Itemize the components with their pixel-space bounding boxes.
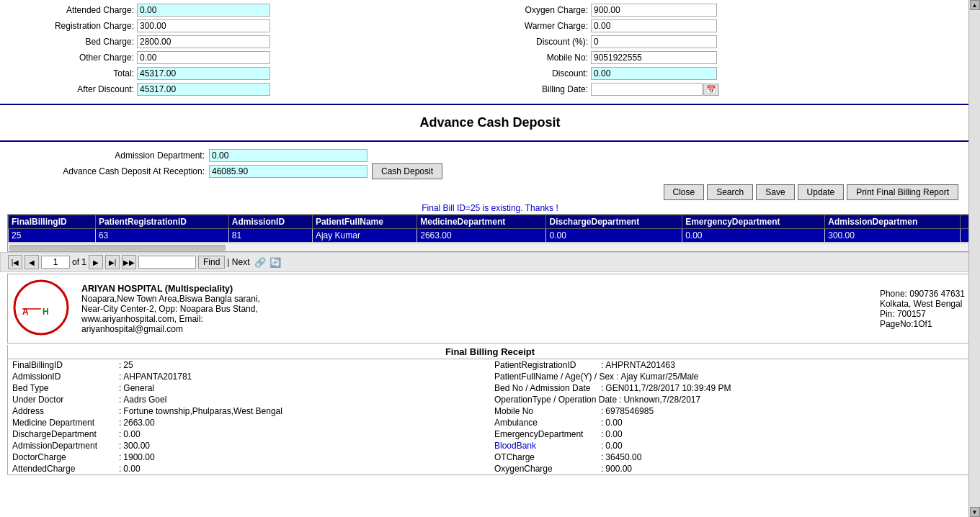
status-message: Final Bill ID=25 is existing. Thanks ! [0, 202, 980, 214]
bed-charge-input[interactable] [137, 35, 270, 48]
scroll-down-button[interactable]: ▼ [970, 507, 980, 517]
receipt-val-doctor-charge: 1900.00 [123, 452, 154, 462]
cash-deposit-button[interactable]: Cash Deposit [372, 163, 442, 179]
col-medicine-dept: MedicineDepartment [417, 215, 546, 229]
find-input[interactable] [138, 256, 196, 269]
svg-text:H: H [43, 307, 49, 317]
receipt-val-admission-dept: 300.00 [123, 441, 150, 451]
save-button[interactable]: Save [756, 184, 794, 200]
receipt-val-final-billing-id: 25 [123, 360, 133, 370]
receipt-row-2-left: Bed Type : General [8, 382, 490, 394]
page-of-label: of 1 [72, 257, 86, 267]
receipt-key-ot-charge: OTCharge [494, 452, 599, 462]
discount-pct-input[interactable] [591, 35, 717, 48]
receipt-key-doctor: Under Doctor [12, 395, 117, 405]
close-button[interactable]: Close [664, 184, 705, 200]
receipt-val-bed-type: General [123, 383, 154, 393]
extra-nav-button[interactable]: ▶▶ [122, 255, 136, 269]
admission-dept-label: Admission Department: [22, 150, 209, 161]
next-page-button[interactable]: ▶ [89, 255, 103, 269]
receipt-row-7-right: BloodBank : 0.00 [490, 440, 972, 451]
oxygen-charge-label: Oxygen Charge: [490, 5, 591, 15]
receipt-val-emergency-dept: 0.00 [605, 429, 622, 439]
receipt-row-4-right: Mobile No : 6978546985 [490, 405, 972, 417]
mobile-no-label: Mobile No: [490, 53, 591, 63]
receipt-key-address: Address [12, 406, 117, 416]
discount-input[interactable] [591, 67, 717, 80]
receipt-key-patient-name: PatientFullName / Age(Y) / Sex [494, 372, 614, 382]
receipt-key-discharge-dept: DischargeDepartment [12, 429, 117, 439]
advance-deposit-form: Admission Department: Advance Cash Depos… [0, 146, 980, 182]
billing-date-label: Billing Date: [490, 84, 591, 94]
receipt-key-operation: OperationType / Operation Date [494, 395, 617, 405]
prev-page-button[interactable]: ◀ [24, 255, 39, 269]
receipt-row-0-left: FinalBillingID : 25 [8, 359, 490, 371]
hospital-logo-area: A H [8, 274, 74, 343]
receipt-row-8-right: OTCharge : 36450.00 [490, 451, 972, 463]
total-input[interactable] [137, 67, 270, 80]
print-final-billing-button[interactable]: Print Final Billing Report [847, 184, 958, 200]
registration-charge-input[interactable] [137, 19, 270, 32]
receipt-key-bed-admission: Bed No / Admission Date [494, 383, 599, 393]
scroll-up-button[interactable]: ▲ [970, 0, 980, 10]
receipt-val-admission-id: AHPANTA201781 [123, 372, 192, 382]
current-page-input[interactable] [41, 256, 70, 269]
first-page-button[interactable]: |◀ [8, 255, 22, 269]
receipt-val-oxygen-charge: 900.00 [605, 464, 632, 474]
receipt-key-mobile: Mobile No [494, 406, 599, 416]
discount-label: Discount: [490, 68, 591, 78]
receipt-row-5-left: Medicine Department : 2663.00 [8, 417, 490, 428]
data-table-wrapper: FinalBillingID PatientRegistrationID Adm… [7, 214, 973, 252]
top-charges-section: Attended Charge: Registration Charge: Be… [0, 0, 980, 99]
update-button[interactable]: Update [798, 184, 845, 200]
cell-medicine-dept: 2663.00 [417, 229, 546, 243]
hospital-pin: Pin: 700157 [880, 309, 965, 319]
col-patient-reg-id: PatientRegistrationID [95, 215, 228, 229]
other-charge-label: Other Charge: [22, 53, 137, 63]
mobile-no-input[interactable] [591, 51, 717, 64]
receipt-row-5-right: Ambulance : 0.00 [490, 417, 972, 428]
other-charge-input[interactable] [137, 51, 270, 64]
advance-deposit-input[interactable] [209, 165, 368, 178]
calendar-icon[interactable]: 📅 [703, 84, 719, 96]
last-page-button[interactable]: ▶| [105, 255, 120, 269]
receipt-val-doctor: Aadrs Goel [123, 395, 166, 405]
search-button[interactable]: Search [707, 184, 753, 200]
pagination-row: |◀ ◀ of 1 ▶ ▶| ▶▶ Find | Next 🔗 🔄 [0, 252, 980, 272]
find-button[interactable]: Find [198, 256, 225, 269]
receipt-row-4-left: Address : Fortune township,Phulparas,Wes… [8, 405, 490, 417]
receipt-val-blood-bank: 0.00 [605, 441, 622, 451]
cell-final-billing-id: 25 [9, 229, 96, 243]
receipt-body: FinalBillingID : 25 PatientRegistrationI… [8, 359, 972, 475]
receipt-key-bed-type: Bed Type [12, 383, 117, 393]
receipt-row-1-left: AdmissionID : AHPANTA201781 [8, 371, 490, 382]
receipt-key-medicine-dept: Medicine Department [12, 418, 117, 428]
report-header: A H ARIYAN HOSPITAL (Multispeciality) No… [7, 274, 973, 343]
attended-charge-input[interactable] [137, 4, 270, 17]
admission-dept-input[interactable] [209, 149, 368, 162]
hospital-addr2: Near-City Center-2, Opp: Noapara Bus Sta… [81, 304, 865, 314]
oxygen-charge-input[interactable] [591, 4, 717, 17]
receipt-key-emergency-dept: EmergencyDepartment [494, 429, 599, 439]
receipt-row-6-right: EmergencyDepartment : 0.00 [490, 428, 972, 440]
receipt-title: Final Billing Receipt [8, 345, 972, 359]
col-emergency-dept: EmergencyDepartment [682, 215, 825, 229]
table-row[interactable]: 25 63 81 Ajay Kumar 2663.00 0.00 0.00 30… [9, 229, 972, 243]
total-label: Total: [22, 68, 137, 78]
receipt-row-6-left: DischargeDepartment : 0.00 [8, 428, 490, 440]
vertical-scrollbar[interactable]: ▲ ▼ [968, 0, 980, 517]
nav-icon[interactable]: 🔗 [254, 257, 266, 268]
refresh-icon[interactable]: 🔄 [270, 257, 281, 268]
receipt-val-patient-name: Ajay Kumar/25/Male [620, 372, 698, 382]
warmer-charge-input[interactable] [591, 19, 717, 32]
cell-discharge-dept: 0.00 [546, 229, 682, 243]
svg-text:A: A [22, 307, 29, 317]
after-discount-input[interactable] [137, 83, 270, 96]
hospital-name: ARIYAN HOSPITAL (Multispeciality) [81, 284, 865, 294]
table-hscrollbar[interactable] [8, 243, 972, 251]
billing-date-input[interactable] [591, 83, 703, 96]
top-divider [0, 104, 980, 105]
cell-patient-name: Ajay Kumar [312, 229, 416, 243]
receipt-val-discharge-dept: 0.00 [123, 429, 140, 439]
receipt-key-blood-bank: BloodBank [494, 441, 599, 451]
